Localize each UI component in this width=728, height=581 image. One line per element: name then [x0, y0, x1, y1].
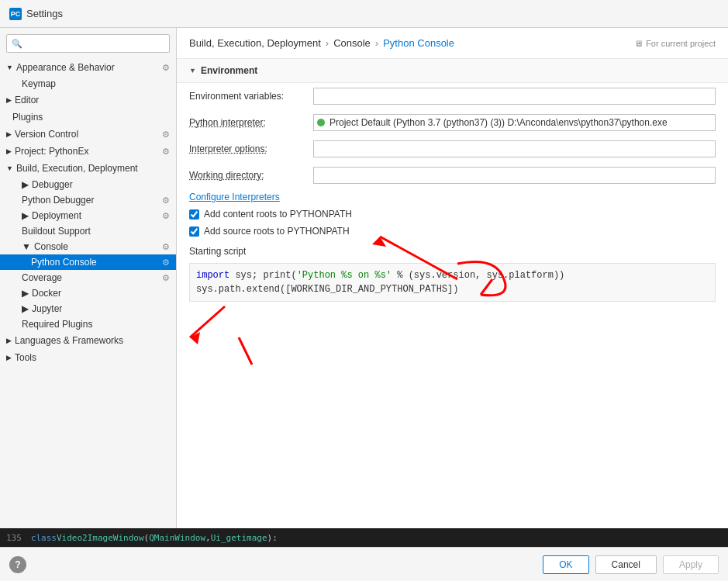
code-close-paren: ):	[267, 533, 278, 543]
sidebar-item-languages[interactable]: ▶ Languages & Frameworks	[0, 332, 176, 349]
breadcrumb-part1: Build, Execution, Deployment	[189, 37, 321, 49]
starting-script-editor[interactable]: import sys; print('Python %s on %s' % (s…	[189, 263, 716, 302]
help-button[interactable]: ?	[9, 556, 26, 573]
env-variables-input[interactable]	[313, 88, 716, 105]
sidebar-item-docker[interactable]: ▶ Docker	[0, 285, 176, 301]
add-source-roots-row: Add source roots to PYTHONPATH	[177, 223, 728, 240]
expand-arrow: ▶	[22, 303, 29, 314]
add-content-roots-row: Add content roots to PYTHONPATH	[177, 206, 728, 223]
sidebar-item-label: Console	[34, 241, 68, 252]
search-box[interactable]: 🔍	[6, 34, 170, 53]
add-content-roots-label: Add content roots to PYTHONPATH	[204, 209, 352, 220]
gear-icon: ⚙	[162, 273, 170, 283]
gear-icon: ⚙	[162, 242, 170, 252]
interpreter-display[interactable]: Project Default (Python 3.7 (python37) (…	[313, 114, 716, 131]
sidebar-item-debugger[interactable]: ▶ Debugger	[0, 177, 176, 192]
dialog-buttons: OK Cancel Apply	[543, 555, 719, 574]
sidebar: 🔍 ▼ Appearance & Behavior ⚙ Keymap ▶ Edi…	[0, 28, 177, 547]
expand-arrow: ▶	[22, 288, 29, 299]
sidebar-item-label: Tools	[15, 352, 36, 363]
breadcrumb: Build, Execution, Deployment › Console ›…	[177, 28, 728, 59]
expand-arrow: ▼	[22, 241, 31, 252]
expand-arrow: ▼	[6, 64, 13, 71]
gear-icon: ⚙	[162, 63, 170, 73]
sidebar-item-python-console[interactable]: Python Console ⚙	[0, 254, 176, 270]
breadcrumb-part2: Console	[333, 37, 371, 49]
cancel-button[interactable]: Cancel	[595, 555, 657, 574]
starting-script-label: Starting script	[177, 240, 728, 260]
main-container: 🔍 ▼ Appearance & Behavior ⚙ Keymap ▶ Edi…	[0, 28, 728, 547]
working-directory-input[interactable]	[313, 167, 716, 184]
sidebar-item-required-plugins[interactable]: Required Plugins	[0, 316, 176, 332]
content-area: Build, Execution, Deployment › Console ›…	[177, 28, 728, 547]
apply-button[interactable]: Apply	[663, 555, 719, 574]
add-source-roots-checkbox[interactable]	[189, 227, 199, 237]
sidebar-item-label: Deployment	[32, 210, 81, 221]
python-interpreter-label: Python interpreter:	[189, 117, 313, 128]
code-comma: ,	[205, 533, 211, 543]
breadcrumb-sep1: ›	[326, 37, 329, 49]
search-input[interactable]	[26, 38, 164, 49]
sidebar-item-plugins[interactable]: Plugins	[0, 109, 176, 126]
expand-arrow: ▼	[6, 164, 13, 172]
monitor-icon: 🖥	[634, 39, 643, 48]
sidebar-item-python-debugger[interactable]: Python Debugger ⚙	[0, 192, 176, 208]
window-title: Settings	[26, 8, 63, 19]
sidebar-item-build[interactable]: ▼ Build, Execution, Deployment	[0, 160, 176, 177]
breadcrumb-sep2: ›	[375, 37, 378, 49]
title-bar: PC Settings	[0, 0, 728, 28]
code-keyword: import	[196, 270, 229, 281]
sidebar-item-appearance[interactable]: ▼ Appearance & Behavior ⚙	[0, 59, 176, 76]
interpreter-options-label: Interpreter options:	[189, 144, 313, 154]
expand-arrow: ▶	[22, 179, 29, 190]
code-normal: sys; print(	[235, 270, 296, 281]
expand-arrow: ▶	[22, 210, 29, 221]
sidebar-item-coverage[interactable]: Coverage ⚙	[0, 270, 176, 285]
add-source-roots-label: Add source roots to PYTHONPATH	[204, 226, 350, 237]
ok-button[interactable]: OK	[543, 555, 588, 574]
sidebar-item-keymap[interactable]: Keymap	[0, 76, 176, 92]
sidebar-item-label: Python Debugger	[22, 195, 94, 206]
add-content-roots-checkbox[interactable]	[189, 209, 199, 220]
sidebar-item-label: Editor	[15, 95, 39, 105]
gear-icon: ⚙	[162, 147, 170, 157]
sidebar-item-jupyter[interactable]: ▶ Jupyter	[0, 301, 176, 316]
section-collapse-arrow[interactable]: ▼	[189, 67, 196, 74]
sidebar-item-label: Keymap	[22, 78, 56, 89]
sidebar-item-label: Buildout Support	[22, 226, 91, 237]
python-interpreter-row: Python interpreter: Project Default (Pyt…	[177, 109, 728, 136]
gear-icon: ⚙	[162, 130, 170, 140]
sidebar-item-tools[interactable]: ▶ Tools	[0, 349, 176, 366]
sidebar-item-label: Jupyter	[32, 303, 62, 314]
gear-icon: ⚙	[162, 258, 170, 268]
sidebar-item-label: Languages & Frameworks	[15, 335, 123, 346]
environment-section-header: ▼ Environment	[177, 59, 728, 83]
sidebar-item-label: Python Console	[31, 257, 97, 268]
interpreter-options-input[interactable]	[313, 140, 716, 157]
sidebar-item-editor[interactable]: ▶ Editor	[0, 92, 176, 109]
env-variables-row: Environment variables:	[177, 83, 728, 109]
code-mixin-class: Ui_getimage	[211, 533, 267, 543]
configure-interpreters-link[interactable]: Configure Interpreters	[177, 188, 728, 206]
sidebar-item-label: Docker	[32, 288, 61, 299]
sidebar-item-project[interactable]: ▶ Project: PythonEx ⚙	[0, 143, 176, 160]
code-line-2: sys.path.extend([WORKING_DIR_AND_PYTHON_…	[196, 282, 709, 296]
interpreter-text: Project Default (Python 3.7 (python37) (…	[329, 117, 668, 128]
sidebar-item-deployment[interactable]: ▶ Deployment ⚙	[0, 208, 176, 223]
green-status-dot	[317, 119, 325, 126]
sidebar-item-label: Project: PythonEx	[15, 146, 88, 157]
sidebar-item-label: Coverage	[22, 272, 62, 283]
sidebar-item-label: Version Control	[15, 129, 78, 140]
gear-icon: ⚙	[162, 211, 170, 221]
code-normal-2: % (sys.version, sys.platform))	[392, 270, 564, 281]
code-class-name: Video2ImageWindow	[57, 533, 144, 543]
app-icon: PC	[9, 8, 22, 20]
expand-arrow: ▶	[6, 96, 12, 104]
sidebar-item-version-control[interactable]: ▶ Version Control ⚙	[0, 126, 176, 143]
code-line-1: import sys; print('Python %s on %s' % (s…	[196, 268, 709, 282]
sidebar-item-buildout[interactable]: Buildout Support	[0, 223, 176, 239]
sidebar-item-console[interactable]: ▼ Console ⚙	[0, 239, 176, 254]
interpreter-options-row: Interpreter options:	[177, 136, 728, 162]
env-variables-label: Environment variables:	[189, 91, 313, 102]
sidebar-item-label: Required Plugins	[22, 319, 92, 330]
